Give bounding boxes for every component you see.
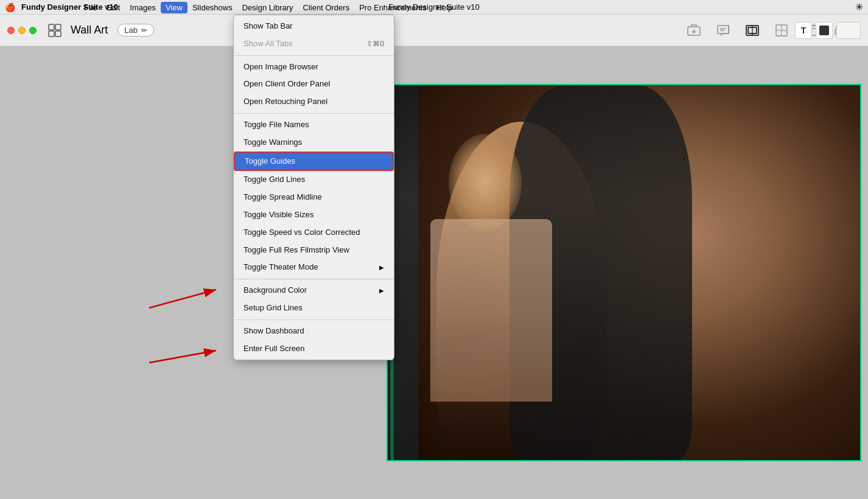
menu-item-toggle-guides[interactable]: Toggle Guides xyxy=(234,152,394,172)
menu-item-label: Show Tab Bar xyxy=(243,20,293,33)
svg-rect-3 xyxy=(55,31,61,37)
menu-divider xyxy=(234,113,394,114)
toolbar-icon-chat[interactable] xyxy=(715,22,732,39)
menubar-item-images[interactable]: Images xyxy=(125,2,161,13)
menu-item-toggle-grid-lines[interactable]: Toggle Grid Lines xyxy=(234,171,394,189)
menu-item-label: Setup Grid Lines xyxy=(243,302,303,315)
menu-item-label: Show Dashboard xyxy=(243,325,304,338)
menubar-item-help[interactable]: Help xyxy=(432,2,458,13)
menu-item-label: Open Image Browser xyxy=(243,61,318,74)
menu-item-toggle-visible-sizes[interactable]: Toggle Visible Sizes xyxy=(234,206,394,224)
menu-item-label: Show All Tabs xyxy=(243,38,293,51)
menubar-item-edit[interactable]: Edit xyxy=(102,2,125,13)
menu-item-open-client-order-panel[interactable]: Open Client Order Panel xyxy=(234,75,394,93)
page-title: Wall Art xyxy=(71,24,108,37)
lab-label: Lab xyxy=(124,26,138,35)
app-icon xyxy=(46,22,63,39)
menu-divider xyxy=(234,55,394,56)
menu-item-setup-grid-lines[interactable]: Setup Grid Lines xyxy=(234,299,394,317)
close-button[interactable] xyxy=(7,27,15,34)
menu-item-label: Toggle Full Res Filmstrip View xyxy=(243,244,349,257)
menu-item-toggle-spread-midline[interactable]: Toggle Spread Midline xyxy=(234,189,394,206)
menubar-item-file[interactable]: File xyxy=(79,2,102,13)
menu-item-background-color[interactable]: Background Color▶ xyxy=(234,282,394,299)
menubar-item-view[interactable]: View xyxy=(161,2,187,13)
lab-badge[interactable]: Lab ✏ xyxy=(117,24,154,37)
menu-divider xyxy=(234,319,394,320)
minimize-button[interactable] xyxy=(18,27,26,34)
menubar-item-client-orders[interactable]: Client Orders xyxy=(298,2,355,13)
menu-item-label: Background Color xyxy=(243,284,307,297)
menu-item-label: Toggle Guides xyxy=(245,155,295,168)
menu-shortcut: ⇧⌘0 xyxy=(366,38,384,50)
menu-item-open-retouching-panel[interactable]: Open Retouching Panel xyxy=(234,93,394,111)
canvas-area xyxy=(387,84,861,461)
menubar-item-slideshows[interactable]: Slideshows xyxy=(187,2,237,13)
menu-item-toggle-file-names[interactable]: Toggle File Names xyxy=(234,116,394,134)
pencil-icon: ✏ xyxy=(141,26,147,35)
canvas-image xyxy=(388,85,860,460)
menu-item-label: Enter Full Screen xyxy=(243,343,304,355)
toolbar-icon-share[interactable] xyxy=(685,22,702,39)
menu-item-open-image-browser[interactable]: Open Image Browser xyxy=(234,58,394,76)
menubar-item-design-library[interactable]: Design Library xyxy=(237,2,298,13)
toolbar-right-tools: T xyxy=(795,22,861,39)
menu-item-label: Toggle Warnings xyxy=(243,136,302,149)
menu-item-show-dashboard[interactable]: Show Dashboard xyxy=(234,323,394,340)
menu-item-label: Toggle Spread Midline xyxy=(243,191,322,204)
menu-item-toggle-theater-mode[interactable]: Toggle Theater Mode▶ xyxy=(234,259,394,276)
menubar-item-pro-enhancements[interactable]: Pro Enhancements xyxy=(354,2,432,13)
svg-line-22 xyxy=(149,290,216,308)
text-tool-button[interactable]: T xyxy=(795,22,812,39)
toolbar: Wall Art Lab ✏ xyxy=(0,15,868,46)
menu-item-toggle-warnings[interactable]: Toggle Warnings xyxy=(234,134,394,152)
menu-item-enter-full-screen[interactable]: Enter Full Screen xyxy=(234,340,394,358)
menu-item-label: Toggle File Names xyxy=(243,119,309,131)
traffic-lights xyxy=(7,27,37,34)
menu-item-toggle-full-res-filmstrip-view[interactable]: Toggle Full Res Filmstrip View xyxy=(234,242,394,259)
menu-item-label: Open Client Order Panel xyxy=(243,78,330,91)
menu-bar-right: ✳ xyxy=(855,1,863,13)
menu-item-label: Toggle Theater Mode xyxy=(243,261,318,274)
main-content xyxy=(0,46,868,499)
menu-divider xyxy=(234,279,394,279)
svg-rect-0 xyxy=(49,24,54,30)
maximize-button[interactable] xyxy=(29,27,37,34)
toolbar-icon-wall-art[interactable] xyxy=(744,22,761,39)
menu-item-label: Toggle Grid Lines xyxy=(243,173,305,186)
submenu-arrow-icon: ▶ xyxy=(379,263,384,273)
color-tool-button[interactable] xyxy=(816,22,833,39)
submenu-arrow-icon: ▶ xyxy=(379,286,384,296)
menu-item-show-tab-bar[interactable]: Show Tab Bar xyxy=(234,18,394,35)
svg-rect-2 xyxy=(49,31,54,37)
apple-icon[interactable]: 🍎 xyxy=(5,2,15,12)
view-dropdown-menu: Show Tab BarShow All Tabs⇧⌘0Open Image B… xyxy=(233,15,394,360)
toolbar-icon-album[interactable] xyxy=(773,22,790,39)
svg-rect-1 xyxy=(55,24,61,30)
menu-item-label: Toggle Visible Sizes xyxy=(243,209,313,222)
notification-icon[interactable]: ✳ xyxy=(855,1,863,13)
color-swatch-button[interactable] xyxy=(836,22,861,39)
menu-item-label: Open Retouching Panel xyxy=(243,96,327,108)
menu-item-show-all-tabs: Show All Tabs⇧⌘0 xyxy=(234,35,394,53)
menu-item-label: Toggle Speed vs Color Corrected xyxy=(243,226,360,239)
menu-item-toggle-speed-vs-color-corrected[interactable]: Toggle Speed vs Color Corrected xyxy=(234,224,394,242)
